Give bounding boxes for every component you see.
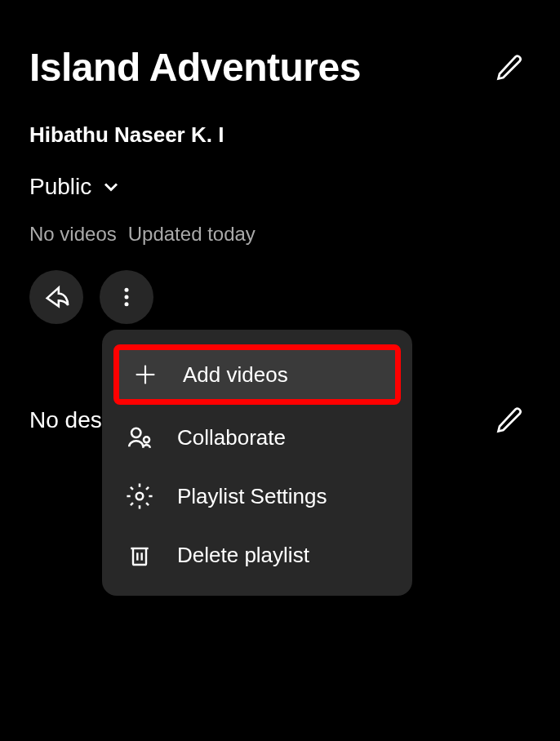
collaborate-icon xyxy=(125,423,154,452)
svg-point-1 xyxy=(125,295,129,300)
playlist-meta: No videos Updated today xyxy=(0,200,560,246)
share-button[interactable] xyxy=(29,270,83,324)
menu-item-delete[interactable]: Delete playlist xyxy=(102,526,412,584)
plus-icon xyxy=(131,360,160,389)
menu-item-collaborate[interactable]: Collaborate xyxy=(102,408,412,467)
svg-point-7 xyxy=(136,493,144,500)
menu-item-settings[interactable]: Playlist Settings xyxy=(102,467,412,526)
chevron-down-icon xyxy=(100,175,122,198)
playlist-author: Hibathu Naseer K. I xyxy=(0,90,560,148)
menu-label: Delete playlist xyxy=(177,543,309,568)
pencil-icon xyxy=(495,406,524,435)
more-vertical-icon xyxy=(114,285,139,309)
trash-icon xyxy=(125,540,154,570)
privacy-dropdown[interactable]: Public xyxy=(0,148,560,200)
video-count: No videos xyxy=(29,223,117,246)
playlist-title: Island Adventures xyxy=(29,45,361,90)
svg-point-5 xyxy=(131,428,140,437)
svg-point-2 xyxy=(125,302,129,306)
description-text: No des xyxy=(29,407,102,433)
gear-icon xyxy=(125,481,154,511)
svg-point-0 xyxy=(125,288,129,292)
more-options-button[interactable] xyxy=(100,270,153,324)
edit-description-button[interactable] xyxy=(488,399,531,441)
menu-item-add-videos[interactable]: Add videos xyxy=(113,344,401,405)
pencil-icon xyxy=(495,53,524,82)
updated-text: Updated today xyxy=(128,223,256,246)
share-icon xyxy=(42,283,70,311)
menu-label: Add videos xyxy=(183,362,288,388)
menu-label: Collaborate xyxy=(177,425,286,450)
svg-point-6 xyxy=(144,437,149,442)
privacy-label: Public xyxy=(29,174,91,200)
edit-title-button[interactable] xyxy=(488,47,531,89)
menu-label: Playlist Settings xyxy=(177,484,327,509)
options-menu: Add videos Collaborate Playlist Settings xyxy=(102,330,412,596)
